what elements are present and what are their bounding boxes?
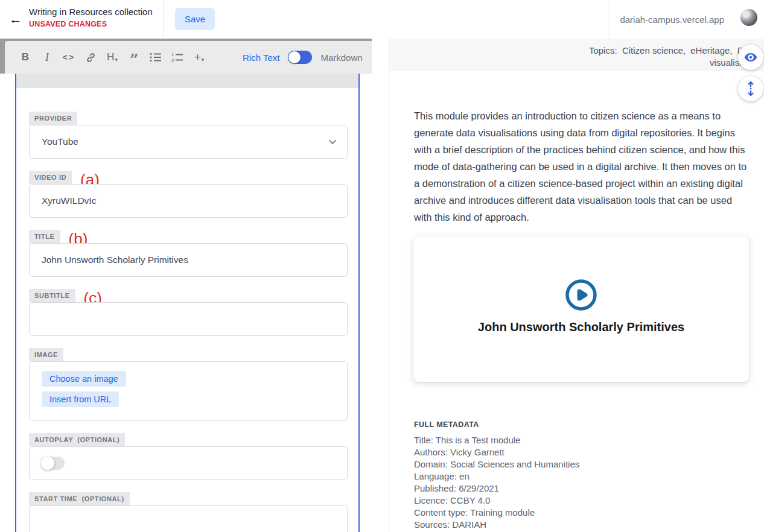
preview-panel: Topics: Citizen science, eHeritage, Da v…	[389, 39, 764, 532]
unsaved-changes-badge: UNSAVED CHANGES	[29, 20, 153, 28]
numbered-list-icon: 1 2	[171, 52, 183, 63]
scroll-sync-button[interactable]	[738, 76, 763, 101]
image-label: IMAGE	[29, 348, 63, 361]
block-header-strip[interactable]	[16, 74, 358, 88]
link-button[interactable]	[80, 46, 101, 68]
code-icon: <>	[63, 52, 75, 62]
image-picker: Choose an image Insert from URL	[29, 361, 348, 421]
numbered-list-button[interactable]: 1 2	[167, 46, 188, 68]
top-header: ← Writing in Resources collection UNSAVE…	[0, 0, 764, 39]
metadata-row-sources: Sources: DARIAH	[414, 519, 579, 531]
play-button[interactable]	[564, 278, 598, 314]
header-divider-right	[610, 0, 610, 39]
bold-icon: B	[22, 51, 29, 63]
insert-from-url-button[interactable]: Insert from URL	[42, 391, 119, 407]
preview-visibility-button[interactable]	[738, 45, 763, 70]
eye-icon	[743, 49, 759, 65]
subtitle-field: SUBTITLE(c)	[29, 289, 358, 336]
heading-button[interactable]: H▾	[101, 46, 123, 68]
metadata-row-language: Language: en	[414, 470, 579, 483]
add-block-icon: +	[194, 51, 201, 64]
full-metadata-heading: FULL METADATA	[414, 420, 479, 429]
chevron-down-icon	[326, 136, 339, 148]
editor-panel: B I <> H▾ ”	[0, 39, 372, 532]
chevron-down-icon: ▾	[202, 57, 205, 63]
italic-icon: I	[45, 51, 49, 64]
module-description: This module provides an introduction to …	[414, 107, 751, 226]
avatar[interactable]	[740, 9, 757, 26]
video-block-fields: PROVIDER YouTube VIDEO ID(a) XyruWILDvIc…	[16, 112, 358, 532]
video-preview-card[interactable]: John Unsworth Scholarly Primitives	[413, 236, 749, 382]
autoplay-label: AUTOPLAY (OPTIONAL)	[29, 433, 125, 446]
code-button[interactable]: <>	[58, 46, 80, 68]
image-field: IMAGE Choose an image Insert from URL	[29, 348, 358, 421]
toggle-knob	[288, 51, 301, 63]
metadata-list: Title: This is a Test module Authors: Vi…	[414, 434, 579, 531]
app-window: ← Writing in Resources collection UNSAVE…	[0, 0, 764, 532]
link-icon	[85, 52, 97, 63]
bold-button[interactable]: B	[14, 46, 36, 68]
topics-line-1: Topics: Citizen science, eHeritage, Da	[389, 45, 749, 57]
title-value: John Unsworth Scholarly Primitives	[42, 255, 188, 265]
heading-icon: H	[107, 51, 114, 63]
header-divider	[163, 0, 164, 39]
mode-toggle[interactable]	[288, 51, 312, 64]
provider-select[interactable]: YouTube	[29, 125, 348, 159]
back-arrow-icon[interactable]: ←	[7, 11, 24, 28]
deployment-site-label: dariah-campus.vercel.app	[620, 14, 724, 25]
metadata-row-authors: Authors: Vicky Garnett	[414, 446, 579, 458]
toggle-knob	[41, 457, 54, 470]
title-label: TITLE	[29, 230, 60, 243]
autoplay-field: AUTOPLAY (OPTIONAL)	[29, 433, 358, 480]
video-id-label: VIDEO ID	[29, 171, 72, 184]
svg-text:1: 1	[171, 52, 174, 57]
play-circle-icon	[564, 278, 598, 312]
markdown-mode-label: Markdown	[320, 52, 362, 63]
topics-line-2: visualisati	[389, 57, 749, 69]
start-time-field: START TIME (OPTIONAL)	[29, 492, 358, 532]
richtext-mode-label: Rich Text	[243, 52, 279, 63]
metadata-row-published: Published: 6/29/2021	[414, 483, 579, 495]
header-titles: Writing in Resources collection UNSAVED …	[29, 7, 153, 28]
italic-button[interactable]: I	[36, 46, 58, 68]
page-title: Writing in Resources collection	[29, 7, 153, 17]
title-field: TITLE(b) John Unsworth Scholarly Primiti…	[29, 230, 358, 277]
svg-text:2: 2	[171, 58, 174, 63]
metadata-row-title: Title: This is a Test module	[414, 434, 579, 446]
video-id-value: XyruWILDvIc	[42, 195, 96, 206]
start-time-input[interactable]	[29, 505, 348, 532]
bulleted-list-button[interactable]	[145, 46, 167, 68]
topics-band: Topics: Citizen science, eHeritage, Da v…	[389, 39, 764, 71]
subtitle-label: SUBTITLE	[29, 289, 75, 302]
blockquote-icon: ”	[129, 58, 138, 64]
video-id-input[interactable]: XyruWILDvIc	[29, 184, 348, 218]
chevron-down-icon: ▾	[115, 57, 118, 63]
subtitle-input[interactable]	[29, 302, 348, 336]
save-button[interactable]: Save	[175, 8, 215, 30]
metadata-row-domain: Domain: Social Sciences and Humanities	[414, 458, 579, 470]
autoplay-toggle[interactable]	[42, 457, 65, 470]
up-down-arrows-icon	[743, 81, 758, 97]
provider-label: PROVIDER	[29, 112, 77, 125]
title-input[interactable]: John Unsworth Scholarly Primitives	[29, 243, 348, 277]
toolbar-backdrop: B I <> H▾ ”	[0, 39, 372, 74]
provider-value: YouTube	[42, 136, 78, 147]
editor-mode-switch: Rich Text Markdown	[243, 51, 363, 64]
choose-image-button[interactable]: Choose an image	[42, 371, 126, 387]
metadata-row-content-type: Content type: Training module	[414, 507, 579, 519]
video-block-selected[interactable]: PROVIDER YouTube VIDEO ID(a) XyruWILDvIc…	[15, 74, 360, 532]
start-time-label: START TIME (OPTIONAL)	[29, 492, 130, 505]
richtext-toolbar: B I <> H▾ ”	[5, 41, 372, 74]
blockquote-button[interactable]: ”	[123, 46, 145, 68]
add-block-button[interactable]: +▾	[188, 46, 210, 68]
video-card-title: John Unsworth Scholarly Primitives	[413, 320, 749, 334]
autoplay-control	[29, 446, 348, 480]
metadata-row-licence: Licence: CCBY 4.0	[414, 495, 579, 507]
bulleted-list-icon	[150, 52, 162, 62]
provider-field: PROVIDER YouTube	[29, 112, 358, 159]
video-id-field: VIDEO ID(a) XyruWILDvIc	[29, 171, 358, 218]
